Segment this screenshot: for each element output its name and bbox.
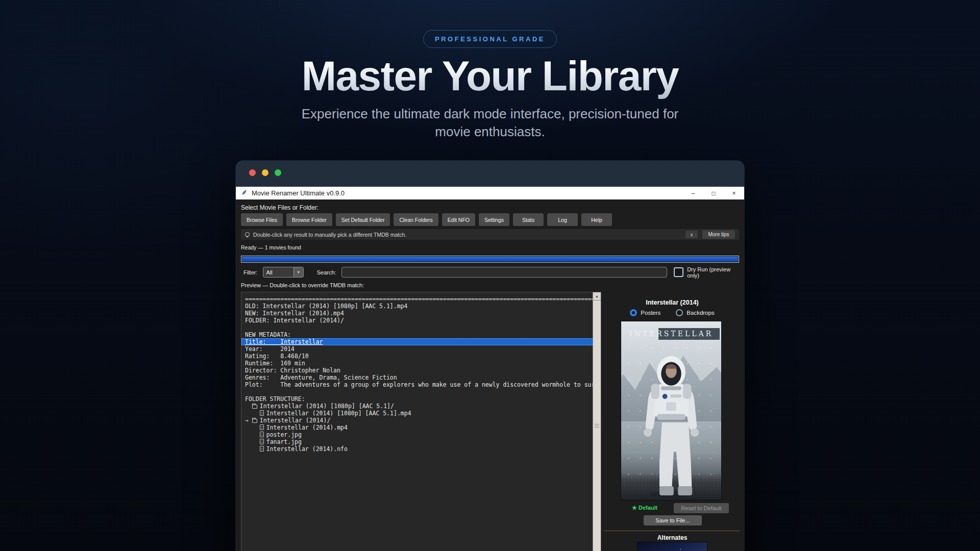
tip-bar: Double-click any result to manually pick… <box>241 229 739 240</box>
toolbar: Browse FilesBrowse FolderSet Default Fol… <box>241 213 612 226</box>
window-titlebar: Movie Renamer Ultimate v0.9.0 – □ × <box>236 187 744 199</box>
select-files-label: Select Movie Files or Folder: <box>241 204 318 211</box>
toolbar-button[interactable]: Log <box>547 213 578 226</box>
subtitle-line-1: Experience the ultimate dark mode interf… <box>0 105 980 123</box>
maximize-button[interactable]: □ <box>710 190 717 197</box>
dry-run-checkbox[interactable] <box>674 267 683 277</box>
toolbar-button[interactable]: Set Default Folder <box>336 213 390 226</box>
poster-title-text: INTERSTELLAR <box>621 330 721 338</box>
preview-line-text: Plot: The adventures of a group of explo… <box>245 381 593 388</box>
window-controls: – □ × <box>690 190 739 197</box>
preview-line[interactable]: Director: Christopher Nolan <box>245 367 593 374</box>
preview-line-text: Title: Interstellar <box>245 338 323 345</box>
poster-side-panel: Interstellar (2014) Posters Backdrops <box>605 292 739 551</box>
default-badge: ★ Default <box>632 505 657 511</box>
preview-line-text: FOLDER: Interstellar (2014)/ <box>245 317 344 324</box>
file-icon <box>260 424 264 430</box>
preview-line[interactable]: Plot: The adventures of a group of explo… <box>245 381 593 388</box>
preview-line-text: fanart.jpg <box>266 438 302 445</box>
radio-unselected-icon <box>676 309 683 316</box>
preview-content: ========================================… <box>241 292 593 551</box>
filter-dropdown-value: All <box>263 269 293 276</box>
preview-line-text: FOLDER STRUCTURE: <box>245 395 305 403</box>
preview-line-text: OLD: Interstellar (2014) [1080p] [AAC 5.… <box>245 303 408 310</box>
preview-line[interactable]: Title: Interstellar <box>241 338 593 345</box>
default-row: ★ Default Reset to Default <box>605 503 739 513</box>
subtitle-line-2: movie enthusiasts. <box>0 123 980 141</box>
preview-line[interactable]: OLD: Interstellar (2014) [1080p] [AAC 5.… <box>245 303 593 310</box>
reset-to-default-button[interactable]: Reset to Default <box>674 503 729 513</box>
toolbar-button[interactable]: Settings <box>479 213 509 226</box>
radio-selected-icon <box>630 309 637 316</box>
preview-line[interactable]: FOLDER: Interstellar (2014)/ <box>245 317 593 324</box>
preview-line-indent: → <box>245 417 252 424</box>
preview-line[interactable]: Interstellar (2014).mp4 <box>245 424 593 431</box>
search-input[interactable] <box>341 267 667 278</box>
preview-line[interactable]: Interstellar (2014) [1080p] [AAC 5.1].mp… <box>245 410 593 417</box>
preview-line-text: NEW METADATA: <box>245 331 291 338</box>
chevron-down-icon[interactable]: ▼ <box>293 267 303 277</box>
preview-line[interactable]: Interstellar (2014) [1080p] [AAC 5.1]/ <box>245 403 593 410</box>
landing-page: PROFESSIONAL GRADE Master Your Library E… <box>0 0 980 551</box>
toolbar-button[interactable]: Browse Files <box>241 213 283 226</box>
toolbar-button[interactable]: Browse Folder <box>286 213 332 226</box>
preview-line[interactable]: Runtime: 169 min <box>245 360 593 367</box>
vertical-scrollbar[interactable]: ▲ <box>593 292 601 551</box>
filter-label: Filter: <box>243 269 258 276</box>
preview-line[interactable]: Interstellar (2014).nfo <box>245 445 593 453</box>
preview-line-text: Interstellar (2014)/ <box>260 417 330 424</box>
tip-close-button[interactable]: x <box>685 231 698 238</box>
preview-line-text: NEW: Interstellar (2014).mp4 <box>245 310 344 317</box>
scroll-up-arrow-icon[interactable]: ▲ <box>593 292 601 300</box>
preview-line-text: Runtime: 169 min <box>245 360 305 367</box>
filter-row: Filter: All ▼ Search: Dry Run (preview o… <box>241 266 739 278</box>
dry-run-label: Dry Run (preview only) <box>687 266 739 279</box>
page-title: Master Your Library <box>0 50 980 103</box>
scrollbar-grip <box>595 424 599 428</box>
toolbar-button[interactable]: Edit NFO <box>442 213 475 226</box>
preview-line[interactable]: → Interstellar (2014)/ <box>245 417 593 424</box>
preview-line-text: ========================================… <box>245 295 593 303</box>
preview-line-text: Year: 2014 <box>245 345 295 353</box>
preview-line-indent <box>245 403 252 410</box>
preview-line-indent <box>245 445 259 453</box>
preview-line-text: Interstellar (2014) [1080p] [AAC 5.1].mp… <box>266 410 411 417</box>
mac-close-dot[interactable] <box>249 169 256 176</box>
preview-line-text: Interstellar (2014).nfo <box>266 445 348 453</box>
tip-text: Double-click any result to manually pick… <box>253 232 406 238</box>
toolbar-button[interactable]: Clean Folders <box>394 213 438 226</box>
preview-line[interactable] <box>245 324 593 331</box>
scrollbar-thumb[interactable] <box>593 300 601 551</box>
preview-line[interactable]: Genres: Adventure, Drama, Science Fictio… <box>245 374 593 381</box>
movie-poster[interactable]: INTERSTELLAR <box>621 321 721 500</box>
toolbar-button[interactable]: Stats <box>513 213 544 226</box>
save-to-file-button[interactable]: Save to File... <box>644 515 702 525</box>
radio-posters-label: Posters <box>641 310 660 316</box>
preview-line[interactable]: poster.jpg <box>245 431 593 438</box>
filter-dropdown[interactable]: All ▼ <box>263 267 304 278</box>
preview-line[interactable]: NEW METADATA: <box>245 331 593 338</box>
preview-line[interactable]: FOLDER STRUCTURE: <box>245 395 593 403</box>
preview-line[interactable]: fanart.jpg <box>245 438 593 445</box>
close-button[interactable]: × <box>731 190 737 197</box>
radio-backdrops[interactable]: Backdrops <box>676 309 714 316</box>
alternate-backdrop-thumbnail[interactable] <box>638 542 707 551</box>
radio-posters[interactable]: Posters <box>630 309 660 316</box>
file-icon <box>260 446 264 452</box>
preview-line-text: Interstellar (2014) [1080p] [AAC 5.1]/ <box>260 403 394 410</box>
preview-line[interactable] <box>245 388 593 395</box>
preview-line[interactable]: ========================================… <box>245 295 593 303</box>
toolbar-button[interactable]: Help <box>581 213 612 226</box>
more-tips-button[interactable]: More tips <box>702 230 735 239</box>
mac-minimize-dot[interactable] <box>262 169 268 176</box>
preview-line[interactable]: Rating: 8.468/10 <box>245 353 593 360</box>
preview-line-indent <box>245 424 259 431</box>
preview-line[interactable]: NEW: Interstellar (2014).mp4 <box>245 310 593 317</box>
preview-line-text: Rating: 8.468/10 <box>245 353 309 360</box>
preview-line-text: poster.jpg <box>266 431 302 438</box>
preview-line[interactable]: Year: 2014 <box>245 345 593 353</box>
preview-line-text: Interstellar (2014).mp4 <box>266 424 348 431</box>
mac-zoom-dot[interactable] <box>275 169 281 176</box>
preview-textarea[interactable]: ========================================… <box>241 292 601 551</box>
minimize-button[interactable]: – <box>690 190 696 197</box>
